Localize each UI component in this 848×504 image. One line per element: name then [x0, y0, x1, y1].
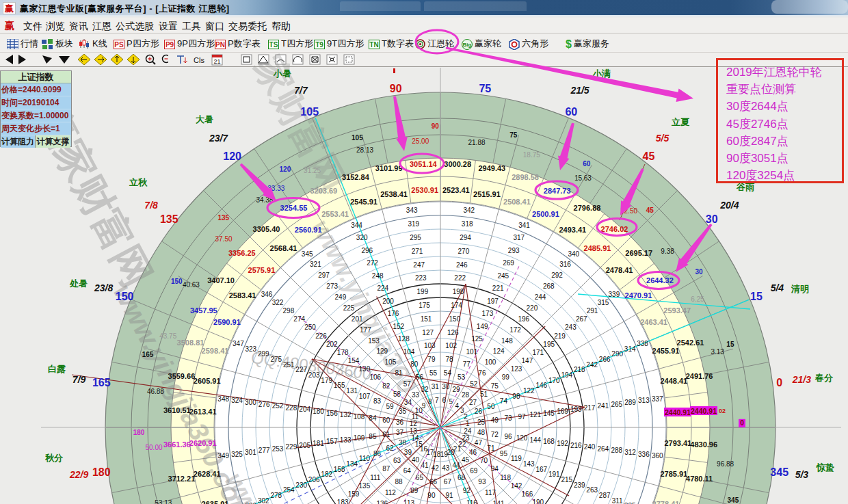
svg-text:243: 243: [565, 323, 577, 331]
svg-text:276: 276: [259, 401, 270, 408]
svg-text:317: 317: [513, 234, 525, 241]
svg-text:325: 325: [231, 451, 243, 458]
svg-text:182: 182: [321, 470, 332, 478]
svg-text:23/7: 23/7: [209, 133, 228, 144]
svg-text:135: 135: [217, 214, 229, 222]
svg-text:321: 321: [310, 261, 321, 268]
svg-text:110: 110: [359, 455, 370, 462]
svg-text:3356.25: 3356.25: [228, 249, 256, 257]
svg-text:2605.91: 2605.91: [194, 377, 221, 385]
svg-text:www.yingjia360: www.yingjia360: [306, 215, 422, 398]
svg-text:28: 28: [462, 391, 470, 399]
svg-text:处暑: 处暑: [69, 278, 88, 289]
svg-text:48: 48: [477, 429, 486, 436]
svg-text:144: 144: [529, 436, 541, 444]
svg-text:59: 59: [386, 403, 395, 410]
svg-text:89: 89: [410, 487, 419, 494]
svg-text:216: 216: [570, 442, 582, 449]
svg-text:96.88: 96.88: [717, 460, 734, 468]
svg-text:80: 80: [410, 360, 419, 368]
svg-text:193: 193: [570, 406, 582, 413]
svg-text:2575.91: 2575.91: [248, 266, 276, 274]
svg-text:PS: PS: [114, 41, 124, 49]
svg-text:15: 15: [750, 291, 763, 302]
svg-text:136: 136: [376, 500, 388, 504]
svg-text:4: 4: [455, 402, 460, 410]
svg-text:287: 287: [599, 492, 611, 499]
svg-text:94: 94: [491, 465, 499, 473]
svg-text:223: 223: [415, 274, 427, 282]
svg-text:196: 196: [518, 315, 529, 323]
svg-text:56: 56: [416, 373, 424, 381]
svg-text:3152.84: 3152.84: [342, 173, 370, 181]
svg-text:39: 39: [404, 449, 412, 456]
svg-text:7: 7: [435, 397, 439, 404]
svg-text:3407.10: 3407.10: [207, 276, 235, 284]
svg-text:0: 0: [776, 377, 782, 388]
svg-text:3051.14: 3051.14: [410, 160, 438, 168]
svg-text:52: 52: [470, 380, 478, 388]
svg-text:45: 45: [646, 207, 654, 214]
svg-text:221: 221: [492, 284, 504, 292]
svg-text:34.38: 34.38: [256, 196, 273, 204]
svg-text:159: 159: [348, 490, 360, 498]
svg-text:53.13: 53.13: [155, 499, 172, 504]
svg-text:87: 87: [382, 465, 390, 473]
svg-text:2515.91: 2515.91: [473, 190, 501, 198]
svg-text:54: 54: [444, 369, 452, 377]
svg-text:T9: T9: [315, 41, 323, 49]
svg-text:2470.91: 2470.91: [625, 291, 652, 300]
svg-text:152: 152: [393, 323, 404, 330]
svg-text:151: 151: [421, 315, 432, 323]
svg-text:118: 118: [500, 474, 511, 481]
svg-text:2508.41: 2508.41: [503, 198, 531, 206]
svg-text:132: 132: [340, 411, 352, 419]
svg-text:131: 131: [346, 387, 358, 395]
svg-text:33: 33: [412, 391, 420, 399]
svg-text:47: 47: [475, 439, 483, 447]
svg-text:23: 23: [462, 434, 470, 442]
svg-text:0: 0: [740, 419, 744, 427]
svg-text:25: 25: [477, 419, 486, 426]
svg-text:101: 101: [466, 348, 478, 356]
svg-text:106: 106: [369, 373, 381, 381]
svg-text:225: 225: [343, 304, 355, 312]
svg-text:337: 337: [652, 395, 663, 403]
svg-text:316: 316: [559, 261, 571, 268]
svg-text:3508.81: 3508.81: [177, 339, 204, 347]
svg-text:小暑: 小暑: [273, 68, 291, 79]
svg-text:180: 180: [92, 466, 111, 478]
svg-text:69: 69: [470, 467, 478, 475]
svg-text:3610.51: 3610.51: [163, 406, 191, 414]
svg-text:春分: 春分: [814, 373, 834, 383]
svg-text:158: 158: [334, 466, 345, 473]
svg-text:228: 228: [286, 404, 297, 412]
svg-text:219: 219: [554, 332, 566, 340]
svg-text:104: 104: [403, 348, 415, 356]
svg-text:105: 105: [352, 134, 363, 142]
svg-text:57: 57: [403, 380, 412, 388]
svg-text:135: 135: [359, 482, 371, 490]
svg-text:77: 77: [463, 360, 471, 368]
svg-text:3305.40: 3305.40: [253, 225, 280, 233]
svg-text:360: 360: [652, 452, 663, 460]
svg-text:26: 26: [475, 408, 483, 415]
svg-text:129: 129: [376, 347, 388, 355]
svg-text:85: 85: [369, 433, 377, 440]
svg-text:2478.41: 2478.41: [606, 266, 633, 274]
svg-text:176: 176: [388, 310, 399, 317]
svg-text:230: 230: [295, 481, 307, 489]
svg-text:51: 51: [480, 390, 488, 398]
svg-text:40.63: 40.63: [183, 281, 200, 289]
svg-text:344: 344: [351, 222, 362, 229]
svg-text:180: 180: [313, 408, 324, 415]
svg-text:229: 229: [286, 443, 297, 451]
svg-text:3559.66: 3559.66: [168, 372, 196, 380]
svg-text:121: 121: [529, 411, 541, 419]
svg-text:30: 30: [442, 383, 450, 390]
svg-text:180: 180: [133, 429, 145, 436]
svg-text:201: 201: [352, 315, 363, 323]
svg-text:6: 6: [442, 397, 446, 404]
svg-text:123: 123: [511, 365, 522, 373]
svg-text:21/5: 21/5: [570, 85, 589, 96]
